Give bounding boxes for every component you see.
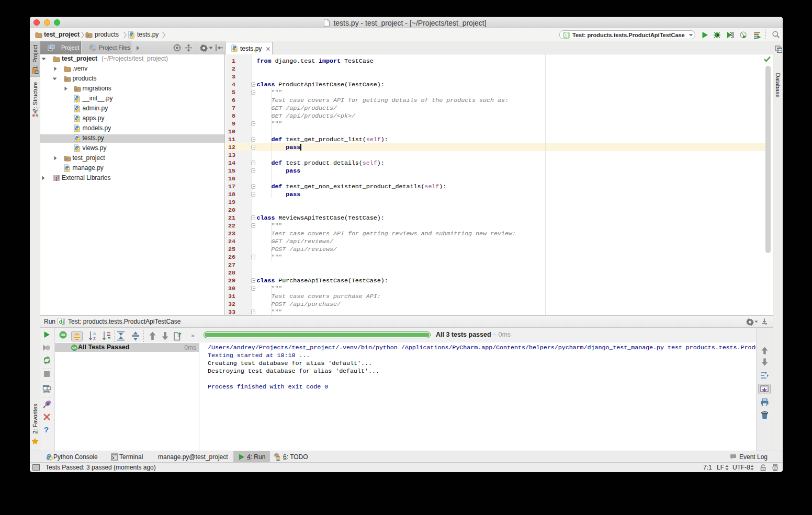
svg-text:OK: OK — [72, 346, 76, 349]
svg-text:z: z — [93, 336, 96, 341]
svg-text:OK: OK — [61, 333, 66, 337]
